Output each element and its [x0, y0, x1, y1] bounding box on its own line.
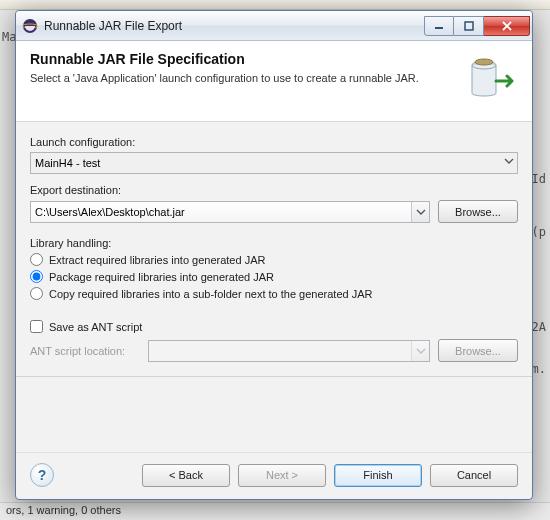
radio-extract-input[interactable] — [30, 253, 43, 266]
window-buttons — [424, 16, 530, 36]
header-description: Select a 'Java Application' launch confi… — [30, 71, 452, 86]
save-ant-checkbox-row[interactable]: Save as ANT script — [30, 320, 518, 333]
jar-export-icon — [462, 51, 518, 107]
browse-ant-button: Browse... — [438, 339, 518, 362]
cancel-button[interactable]: Cancel — [430, 464, 518, 487]
export-dialog: Runnable JAR File Export Runnable JAR Fi… — [15, 10, 533, 500]
status-bar: ors, 1 warning, 0 others — [0, 502, 550, 520]
svg-rect-3 — [465, 22, 473, 30]
chevron-down-icon[interactable] — [411, 202, 429, 222]
close-button[interactable] — [484, 16, 530, 36]
export-dest-input[interactable] — [30, 201, 430, 223]
ant-location-field — [148, 340, 430, 362]
dialog-header: Runnable JAR File Specification Select a… — [16, 41, 532, 122]
radio-copy[interactable]: Copy required libraries into a sub-folde… — [30, 287, 518, 300]
window-title: Runnable JAR File Export — [44, 19, 424, 33]
dialog-body: Launch configuration: MainH4 - test Expo… — [16, 122, 532, 452]
launch-config-label: Launch configuration: — [30, 136, 518, 148]
finish-button[interactable]: Finish — [334, 464, 422, 487]
library-handling-group: Extract required libraries into generate… — [30, 253, 518, 300]
ant-location-label: ANT script location: — [30, 345, 140, 357]
dialog-footer: ? < Back Next > Finish Cancel — [16, 452, 532, 499]
minimize-button[interactable] — [424, 16, 454, 36]
next-button: Next > — [238, 464, 326, 487]
back-button[interactable]: < Back — [142, 464, 230, 487]
status-text: ors, 1 warning, 0 others — [6, 504, 121, 516]
launch-config-select[interactable]: MainH4 - test — [30, 152, 518, 174]
export-dest-label: Export destination: — [30, 184, 518, 196]
bg-toolbar — [0, 0, 550, 10]
browse-export-button[interactable]: Browse... — [438, 200, 518, 223]
export-dest-field[interactable] — [30, 201, 430, 223]
library-handling-label: Library handling: — [30, 237, 518, 249]
svg-point-6 — [475, 59, 493, 65]
titlebar[interactable]: Runnable JAR File Export — [16, 11, 532, 41]
bg-code-frag: 2A — [532, 320, 546, 334]
ant-location-input — [148, 340, 430, 362]
save-ant-checkbox[interactable] — [30, 320, 43, 333]
svg-rect-2 — [435, 27, 443, 29]
header-title: Runnable JAR File Specification — [30, 51, 452, 67]
bg-code-frag: m. — [532, 362, 546, 376]
maximize-button[interactable] — [454, 16, 484, 36]
help-button[interactable]: ? — [30, 463, 54, 487]
eclipse-icon — [22, 18, 38, 34]
radio-copy-label: Copy required libraries into a sub-folde… — [49, 288, 372, 300]
radio-package-label: Package required libraries into generate… — [49, 271, 274, 283]
separator — [16, 376, 532, 377]
chevron-down-icon — [411, 341, 429, 361]
radio-package[interactable]: Package required libraries into generate… — [30, 270, 518, 283]
radio-copy-input[interactable] — [30, 287, 43, 300]
launch-config-combo[interactable]: MainH4 - test — [30, 152, 518, 174]
radio-extract[interactable]: Extract required libraries into generate… — [30, 253, 518, 266]
save-ant-label: Save as ANT script — [49, 321, 142, 333]
radio-package-input[interactable] — [30, 270, 43, 283]
radio-extract-label: Extract required libraries into generate… — [49, 254, 265, 266]
